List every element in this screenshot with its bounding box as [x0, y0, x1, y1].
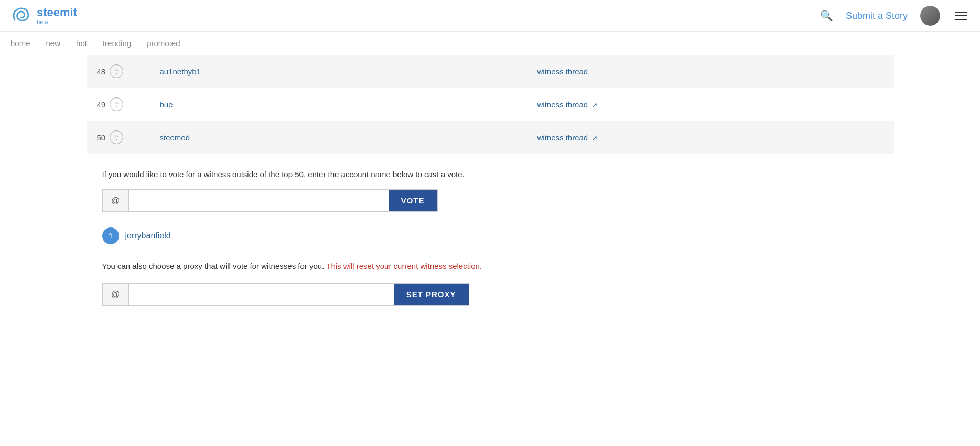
nav-home[interactable]: home	[10, 39, 30, 48]
nav-trending[interactable]: trending	[103, 39, 131, 48]
proxy-at-prefix: @	[103, 284, 129, 305]
vote-button[interactable]: VOTE	[389, 190, 437, 211]
voted-upvote-button[interactable]: ⇧	[102, 227, 119, 244]
voted-user-name[interactable]: jerrybanfield	[125, 231, 171, 241]
name-cell-48: au1nethyb1	[149, 58, 527, 85]
vote-section: If you would like to vote for a witness …	[87, 154, 894, 316]
hamburger-line-2	[955, 15, 967, 16]
logo-name: steemit	[37, 6, 77, 19]
table-row: 50 ⇧ steemed witness thread ➚	[87, 121, 894, 154]
avatar-image	[920, 6, 940, 26]
proxy-account-input[interactable]	[129, 284, 394, 305]
vote-at-prefix: @	[103, 190, 129, 211]
witness-thread-link-49[interactable]: witness thread	[537, 100, 588, 109]
main-nav: home new hot trending promoted	[0, 32, 980, 55]
rank-number-49: 49	[97, 100, 106, 109]
rank-cell-49: 49 ⇧	[87, 88, 149, 121]
witness-table: 48 ⇧ au1nethyb1 witness thread 49 ⇧ bue …	[87, 55, 894, 154]
app-header: steemit beta 🔍 Submit a Story	[0, 0, 980, 32]
vote-instruction-text: If you would like to vote for a witness …	[102, 170, 878, 179]
logo-area: steemit beta	[10, 5, 77, 26]
set-proxy-button[interactable]: SET PROXY	[394, 284, 469, 305]
logo-beta: beta	[37, 19, 77, 25]
user-avatar[interactable]	[920, 6, 940, 26]
witness-thread-link-48[interactable]: witness thread	[537, 67, 588, 76]
proxy-instruction-text: You can also choose a proxy that will vo…	[102, 260, 878, 273]
witness-name-49[interactable]: bue	[160, 100, 173, 109]
search-button[interactable]: 🔍	[820, 9, 833, 22]
thread-cell-49: witness thread ➚	[527, 91, 894, 118]
external-link-icon-50: ➚	[592, 134, 598, 142]
nav-hot[interactable]: hot	[76, 39, 87, 48]
table-row: 49 ⇧ bue witness thread ➚	[87, 88, 894, 121]
witness-thread-link-50[interactable]: witness thread	[537, 133, 588, 142]
upvote-button-48[interactable]: ⇧	[110, 64, 123, 78]
witness-name-48[interactable]: au1nethyb1	[160, 67, 201, 76]
voted-user-row: ⇧ jerrybanfield	[102, 227, 878, 244]
nav-new[interactable]: new	[46, 39, 61, 48]
vote-input-row: @ VOTE	[102, 189, 438, 212]
rank-cell-48: 48 ⇧	[87, 55, 149, 88]
header-right-area: 🔍 Submit a Story	[820, 6, 970, 26]
name-cell-50: steemed	[149, 124, 527, 151]
hamburger-line-3	[955, 19, 967, 20]
rank-cell-50: 50 ⇧	[87, 121, 149, 154]
proxy-instruction-warning: This will reset your current witness sel…	[326, 262, 482, 270]
main-content: 48 ⇧ au1nethyb1 witness thread 49 ⇧ bue …	[87, 55, 894, 316]
upvote-button-49[interactable]: ⇧	[110, 97, 123, 111]
witness-name-50[interactable]: steemed	[160, 133, 190, 142]
table-row: 48 ⇧ au1nethyb1 witness thread	[87, 55, 894, 88]
rank-number-50: 50	[97, 133, 106, 142]
rank-number-48: 48	[97, 67, 106, 76]
external-link-icon-49: ➚	[592, 101, 598, 109]
logo-text-area: steemit beta	[37, 6, 77, 25]
submit-story-link[interactable]: Submit a Story	[846, 10, 908, 21]
proxy-instruction-normal: You can also choose a proxy that will vo…	[102, 262, 325, 270]
thread-cell-48: witness thread	[527, 58, 894, 85]
vote-account-input[interactable]	[129, 190, 389, 211]
proxy-input-row: @ SET PROXY	[102, 283, 469, 306]
hamburger-line-1	[955, 12, 967, 13]
hamburger-menu-button[interactable]	[953, 9, 970, 22]
thread-cell-50: witness thread ➚	[527, 124, 894, 151]
name-cell-49: bue	[149, 91, 527, 118]
nav-promoted[interactable]: promoted	[147, 39, 180, 48]
steemit-logo-icon	[10, 5, 31, 26]
upvote-button-50[interactable]: ⇧	[110, 130, 123, 144]
